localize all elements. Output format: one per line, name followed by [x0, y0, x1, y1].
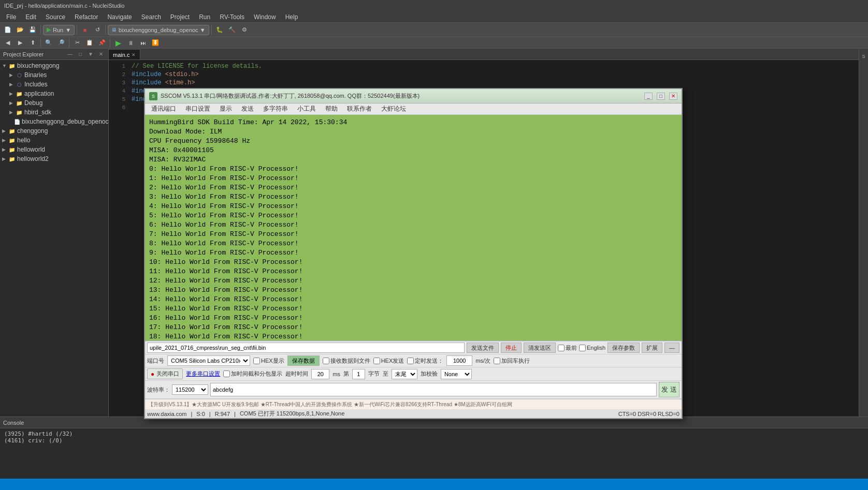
menu-search[interactable]: Search: [137, 12, 165, 22]
terminal-area[interactable]: HummingBird SDK Build Time: Apr 14 2022,…: [145, 115, 682, 341]
tb2-6[interactable]: ✂: [71, 37, 83, 49]
tree-item-helloworld[interactable]: ▶ 📁 helloworld: [0, 145, 108, 154]
checksum-select[interactable]: None: [441, 369, 472, 379]
tab-mainc-close[interactable]: ✕: [132, 52, 136, 57]
send-file-btn[interactable]: 发送文件: [467, 343, 499, 353]
far-right-btn1[interactable]: S: [858, 51, 869, 62]
tree-item-binaries[interactable]: ▶ ⬡ Binaries: [0, 70, 108, 80]
send-btn[interactable]: 发 送: [659, 382, 679, 397]
config-dropdown[interactable]: 🖥 bixuchenggong_debug_openoc ▼: [108, 25, 209, 35]
sscom-restore-btn[interactable]: □: [657, 93, 665, 100]
hex-send-checkbox[interactable]: HEX发送: [373, 357, 404, 365]
collapse-btn[interactable]: —: [664, 343, 679, 353]
tail-select[interactable]: 末尾: [392, 369, 417, 379]
save-params-btn[interactable]: 保存参数: [607, 343, 640, 353]
tb2-9[interactable]: ⏸: [125, 37, 136, 49]
open-btn[interactable]: 📂: [15, 24, 26, 36]
timed-send-checkbox[interactable]: 定时发送：: [407, 357, 443, 365]
english-checkbox[interactable]: English: [579, 345, 605, 351]
tree-item-debug[interactable]: ▶ 📁 Debug: [0, 98, 108, 108]
debug-content[interactable]: (3925) #hartid (/32) (4161) criv: (/0): [0, 428, 868, 479]
tree-item-helloworld2[interactable]: ▶ 📁 helloworld2: [0, 154, 108, 164]
text-input[interactable]: [210, 383, 657, 396]
menu-file[interactable]: File: [2, 12, 20, 22]
menu-edit[interactable]: Edit: [21, 12, 40, 22]
sscom-window[interactable]: S SSCOM V5.13.1 串口/网络数据调试器,作者:大虾丁丁, 2618…: [144, 88, 683, 419]
tb2-8[interactable]: 📌: [96, 37, 108, 49]
more-settings-link[interactable]: 更多串口设置: [186, 370, 220, 378]
stop-btn[interactable]: ■: [79, 24, 91, 36]
tb2-7[interactable]: 📋: [84, 37, 95, 49]
menu-send[interactable]: 发送: [237, 103, 258, 114]
run-in-car-checkbox[interactable]: 加回车执行: [494, 357, 530, 365]
timeout-input[interactable]: [311, 369, 329, 379]
tb2-10[interactable]: ⏭: [137, 37, 149, 49]
tree-label-hbird_sdk: hbird_sdk: [24, 109, 51, 116]
settings-btn[interactable]: ⚙: [239, 24, 250, 36]
menu-rvtools[interactable]: RV-Tools: [215, 12, 249, 22]
minimize-panel-btn[interactable]: —: [66, 50, 74, 58]
menu-portset[interactable]: 串口设置: [181, 103, 214, 114]
maximize-panel-btn[interactable]: □: [76, 50, 84, 58]
new-file-btn[interactable]: 📄: [2, 24, 13, 36]
recv-file-checkbox[interactable]: 接收数据到文件: [323, 357, 370, 365]
sscom-minimize-btn[interactable]: _: [644, 93, 653, 100]
port-select[interactable]: COM5 Silicon Labs CP210x U ▼: [167, 355, 250, 366]
menu-contact[interactable]: 联系作者: [343, 103, 376, 114]
baud-select[interactable]: 115200: [172, 384, 208, 395]
sscom-menu: 通讯端口 串口设置 显示 发送 多字符串 小工具 帮助 联系作者 大虾论坛: [145, 103, 682, 115]
menu-run[interactable]: Run: [195, 12, 214, 22]
tab-mainc[interactable]: main.c ✕: [109, 49, 140, 60]
tree-item-includes[interactable]: ▶ ⬡ Includes: [0, 80, 108, 89]
hex-display-checkbox[interactable]: HEX显示: [253, 357, 284, 365]
menu-window[interactable]: Window: [250, 12, 280, 22]
tree-item-bixuchenggong[interactable]: ▼ 📁 bixuchenggong: [0, 61, 108, 70]
clear-send-btn[interactable]: 清发送区: [524, 343, 556, 353]
debug-btn[interactable]: 🐛: [214, 24, 225, 36]
menu-help[interactable]: Help: [281, 12, 302, 22]
tb2-1[interactable]: ◀: [2, 37, 13, 49]
folder-icon-debug: 📁: [16, 99, 23, 107]
sscom-close-btn[interactable]: ✕: [669, 93, 677, 100]
tb2-11[interactable]: ⏬: [150, 37, 161, 49]
menu-tools[interactable]: 小工具: [293, 103, 320, 114]
tree-item-hello[interactable]: ▶ 📁 hello: [0, 136, 108, 145]
tb2-4[interactable]: 🔍: [43, 37, 54, 49]
tree-item-hbird_sdk[interactable]: ▶ 📁 hbird_sdk: [0, 108, 108, 117]
close-port-btn[interactable]: ● 关闭串口: [147, 368, 183, 379]
to-label: 至: [383, 370, 388, 378]
collapse-panel-btn[interactable]: ▼: [86, 50, 95, 58]
tree-item-launch[interactable]: ▶ 📄 bixuchenggong_debug_openocd.launch: [0, 117, 108, 126]
timed-value-input[interactable]: [446, 355, 472, 366]
menu-refactor[interactable]: Refactor: [70, 12, 102, 22]
menu-source[interactable]: Source: [41, 12, 69, 22]
menu-help[interactable]: 帮助: [321, 103, 342, 114]
save-btn[interactable]: 💾: [27, 24, 38, 36]
tb2-run[interactable]: ▶: [112, 37, 124, 49]
close-panel-btn[interactable]: ✕: [97, 50, 105, 58]
folder-icon-chenggong: 📁: [8, 127, 16, 135]
menu-navigate[interactable]: Navigate: [103, 12, 136, 22]
time-add-checkbox[interactable]: 加时间截和分包显示: [223, 370, 282, 378]
menu-forum[interactable]: 大虾论坛: [377, 103, 410, 114]
tb2-2[interactable]: ▶: [15, 37, 26, 49]
menu-display[interactable]: 显示: [215, 103, 236, 114]
menu-comport[interactable]: 通讯端口: [147, 103, 180, 114]
stop-btn[interactable]: 停止: [501, 343, 522, 353]
build-btn[interactable]: 🔨: [226, 24, 238, 36]
save-log-btn[interactable]: 保存数据: [287, 355, 320, 366]
tree-item-application[interactable]: ▶ 📁 application: [0, 89, 108, 98]
tb2-3[interactable]: ⬆: [27, 37, 38, 49]
run-dropdown[interactable]: ▶ Run ▼: [43, 25, 75, 35]
file-path-input[interactable]: [147, 343, 465, 353]
status-port-info: COM5 已打开 115200bps,8,1,None,None: [240, 410, 344, 418]
tree-item-chenggong[interactable]: ▶ 📁 chenggong: [0, 126, 108, 136]
expand-btn[interactable]: 扩展: [642, 343, 662, 353]
menu-project[interactable]: Project: [166, 12, 194, 22]
front-checkbox[interactable]: 最前: [558, 344, 577, 352]
refresh-btn[interactable]: ↺: [92, 24, 103, 36]
ads-row: 【升级到V5.13.1】★大资源MC U开发板9.9包邮 ★RT-Thread中…: [145, 399, 682, 409]
tb2-5[interactable]: 🔎: [55, 37, 67, 49]
page-input[interactable]: [352, 369, 365, 379]
menu-multistr[interactable]: 多字符串: [259, 103, 292, 114]
